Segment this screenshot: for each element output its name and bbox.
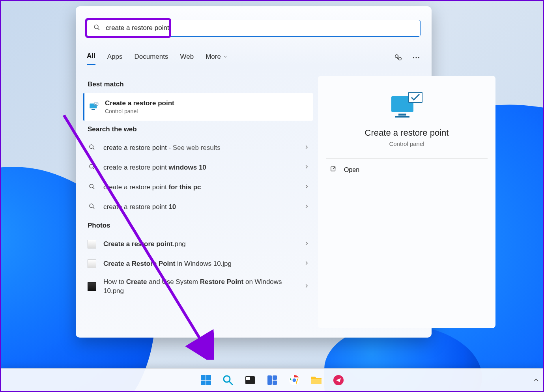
svg-line-1 bbox=[98, 28, 99, 30]
preview-pane: Create a restore point Control panel Ope… bbox=[318, 76, 495, 328]
section-search-web: Search the web bbox=[88, 125, 309, 133]
result-label: Create a restore point.png bbox=[103, 240, 304, 249]
start-search-panel: create a restore point All Apps Document… bbox=[76, 6, 432, 338]
text-cursor bbox=[170, 24, 170, 32]
web-result[interactable]: create a restore point windows 10 bbox=[83, 158, 313, 177]
chevron-right-icon bbox=[304, 164, 309, 171]
task-view-button[interactable] bbox=[243, 373, 257, 387]
web-result[interactable]: create a restore point 10 bbox=[83, 197, 313, 217]
svg-rect-20 bbox=[395, 116, 409, 118]
file-explorer-button[interactable] bbox=[310, 373, 323, 387]
taskbar bbox=[1, 368, 543, 391]
svg-point-2 bbox=[395, 55, 398, 58]
svg-rect-33 bbox=[273, 375, 277, 380]
best-match-result[interactable]: Create a restore point Control panel bbox=[83, 93, 313, 121]
open-label: Open bbox=[344, 166, 359, 174]
widgets-button[interactable] bbox=[265, 373, 279, 387]
svg-rect-38 bbox=[311, 379, 322, 384]
result-label: create a restore point for this pc bbox=[103, 183, 304, 192]
svg-point-0 bbox=[94, 25, 98, 29]
svg-point-5 bbox=[415, 57, 417, 58]
svg-rect-34 bbox=[273, 381, 277, 385]
svg-rect-27 bbox=[206, 381, 211, 385]
chrome-button[interactable] bbox=[288, 373, 301, 387]
more-options-icon[interactable] bbox=[412, 53, 421, 64]
svg-rect-26 bbox=[201, 381, 206, 385]
result-label: Create a Restore Point in Windows 10.jpg bbox=[103, 259, 304, 269]
chevron-right-icon bbox=[304, 260, 309, 267]
web-result[interactable]: create a restore point - See web results bbox=[83, 138, 313, 158]
search-icon bbox=[88, 203, 96, 211]
svg-point-12 bbox=[90, 164, 93, 168]
start-button[interactable] bbox=[199, 373, 213, 387]
svg-line-11 bbox=[93, 148, 94, 149]
svg-line-17 bbox=[93, 207, 94, 209]
svg-line-29 bbox=[229, 381, 233, 385]
open-icon bbox=[330, 166, 337, 174]
best-match-subtitle: Control panel bbox=[105, 108, 174, 114]
tab-all[interactable]: All bbox=[87, 52, 95, 65]
image-thumbnail bbox=[88, 240, 96, 248]
search-icon bbox=[88, 144, 96, 152]
svg-point-4 bbox=[413, 57, 414, 58]
image-thumbnail bbox=[88, 282, 96, 291]
image-thumbnail bbox=[88, 259, 96, 268]
chevron-right-icon bbox=[304, 184, 309, 191]
chevron-up-icon[interactable] bbox=[533, 377, 539, 383]
tab-more[interactable]: More bbox=[206, 53, 227, 65]
app-pinned-button[interactable] bbox=[332, 373, 345, 387]
tab-apps[interactable]: Apps bbox=[107, 53, 123, 65]
filter-tabs: All Apps Documents Web More bbox=[87, 52, 421, 65]
svg-rect-32 bbox=[267, 375, 272, 385]
svg-point-28 bbox=[224, 376, 230, 382]
best-match-title: Create a restore point bbox=[105, 99, 174, 107]
open-action[interactable]: Open bbox=[330, 166, 484, 174]
search-icon bbox=[93, 24, 100, 32]
photo-result[interactable]: Create a restore point.png bbox=[83, 234, 313, 254]
result-label: create a restore point - See web results bbox=[103, 144, 304, 153]
tab-documents[interactable]: Documents bbox=[134, 53, 168, 65]
result-label: How to Create and Use System Restore Poi… bbox=[103, 278, 304, 296]
svg-point-6 bbox=[418, 57, 419, 58]
svg-rect-8 bbox=[92, 109, 95, 110]
search-button[interactable] bbox=[221, 373, 235, 387]
preview-title: Create a restore point bbox=[318, 128, 495, 138]
svg-rect-31 bbox=[246, 377, 250, 380]
control-panel-icon bbox=[390, 91, 424, 121]
control-panel-icon bbox=[89, 102, 99, 112]
search-input[interactable]: create a restore point bbox=[106, 24, 420, 32]
photo-result[interactable]: Create a Restore Point in Windows 10.jpg bbox=[83, 254, 313, 274]
section-photos: Photos bbox=[88, 222, 309, 230]
results-column: Best match Create a restore point Contro… bbox=[83, 76, 313, 300]
chevron-right-icon bbox=[304, 144, 309, 151]
svg-rect-24 bbox=[201, 375, 206, 380]
feedback-icon[interactable] bbox=[394, 53, 402, 64]
preview-subtitle: Control panel bbox=[318, 140, 495, 147]
photo-result[interactable]: How to Create and Use System Restore Poi… bbox=[83, 274, 313, 300]
svg-point-10 bbox=[90, 145, 93, 148]
result-label: create a restore point windows 10 bbox=[103, 163, 304, 172]
svg-line-15 bbox=[93, 187, 94, 189]
svg-point-14 bbox=[90, 184, 93, 188]
system-tray[interactable] bbox=[533, 377, 539, 383]
chevron-right-icon bbox=[304, 241, 309, 248]
result-label: create a restore point 10 bbox=[103, 203, 304, 212]
svg-rect-25 bbox=[206, 375, 211, 380]
chevron-right-icon bbox=[304, 203, 309, 211]
search-bar[interactable]: create a restore point bbox=[87, 20, 421, 37]
chevron-right-icon bbox=[304, 283, 309, 290]
svg-point-16 bbox=[90, 204, 93, 207]
search-icon bbox=[88, 164, 96, 172]
tab-web[interactable]: Web bbox=[180, 53, 194, 65]
web-result[interactable]: create a restore point for this pc bbox=[83, 177, 313, 197]
section-best-match: Best match bbox=[88, 80, 309, 88]
search-icon bbox=[88, 183, 96, 191]
svg-point-3 bbox=[398, 57, 401, 60]
svg-rect-19 bbox=[398, 114, 406, 116]
divider bbox=[326, 158, 488, 159]
svg-line-13 bbox=[93, 168, 94, 169]
